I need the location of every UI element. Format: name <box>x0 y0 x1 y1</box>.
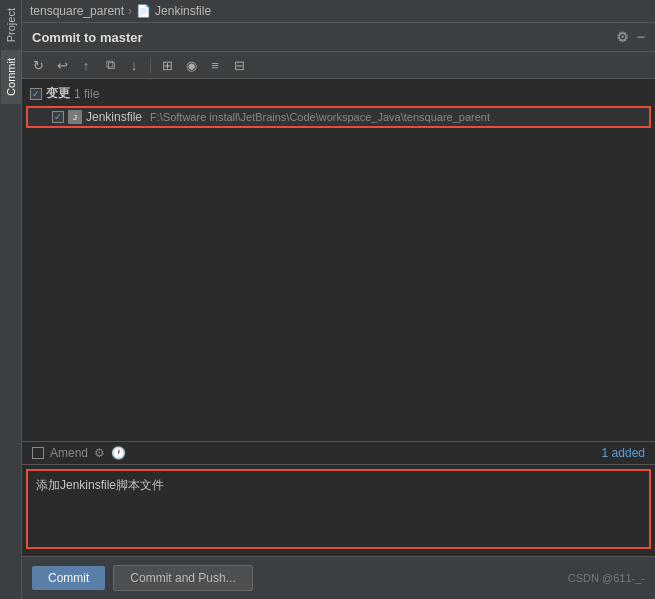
eye-button[interactable]: ◉ <box>181 55 201 75</box>
commit-button[interactable]: Commit <box>32 566 105 590</box>
file-name-text: Jenkinsfile <box>86 110 142 124</box>
group-button[interactable]: ⊞ <box>157 55 177 75</box>
sidebar: Project Commit <box>0 0 22 599</box>
undo-button[interactable]: ↩ <box>52 55 72 75</box>
commit-message-input[interactable] <box>26 469 651 549</box>
commit-header-icons: ⚙ − <box>616 29 645 45</box>
arrow-up-button[interactable]: ↑ <box>76 55 96 75</box>
clock-icon[interactable]: 🕐 <box>111 446 126 460</box>
toolbar-separator-1 <box>150 57 151 73</box>
file-checkbox[interactable]: ✓ <box>52 111 64 123</box>
amend-checkbox[interactable] <box>32 447 44 459</box>
refresh-icon: ↻ <box>33 58 44 73</box>
refresh-button[interactable]: ↻ <box>28 55 48 75</box>
commit-header: Commit to master ⚙ − <box>22 23 655 52</box>
changes-group-header: ✓ 变更 1 file <box>22 83 655 104</box>
filter-icon: ⊟ <box>234 58 245 73</box>
breadcrumb-project: tensquare_parent <box>30 4 124 18</box>
toolbar: ↻ ↩ ↑ ⧉ ↓ ⊞ ◉ ≡ ⊟ <box>22 52 655 79</box>
group-icon: ⊞ <box>162 58 173 73</box>
diff-button[interactable]: ⧉ <box>100 55 120 75</box>
changes-area: ✓ 变更 1 file ✓ J Jenkinsfile F:\Software … <box>22 79 655 441</box>
breadcrumb-separator: › <box>128 4 132 18</box>
diff-icon: ⧉ <box>106 57 115 73</box>
added-count: 1 added <box>602 446 645 460</box>
breadcrumb: tensquare_parent › 📄 Jenkinsfile <box>22 0 655 23</box>
download-button[interactable]: ↓ <box>124 55 144 75</box>
commit-to-master-title: Commit to master <box>32 30 616 45</box>
lines-button[interactable]: ≡ <box>205 55 225 75</box>
file-icon: 📄 <box>136 4 151 18</box>
changes-group-label: 变更 <box>46 85 70 102</box>
undo-icon: ↩ <box>57 58 68 73</box>
gear-icon[interactable]: ⚙ <box>616 29 629 45</box>
changes-group-checkbox[interactable]: ✓ <box>30 88 42 100</box>
amend-label: Amend <box>50 446 88 460</box>
main-panel: tensquare_parent › 📄 Jenkinsfile Commit … <box>22 0 655 599</box>
minimize-icon[interactable]: − <box>637 29 645 45</box>
download-icon: ↓ <box>131 58 138 73</box>
arrow-up-icon: ↑ <box>83 58 90 73</box>
sidebar-tab-commit[interactable]: Commit <box>1 50 21 104</box>
watermark: CSDN @611-_- <box>568 572 645 584</box>
lines-icon: ≡ <box>211 58 219 73</box>
commit-message-area <box>22 464 655 556</box>
eye-icon: ◉ <box>186 58 197 73</box>
action-bar: Commit Commit and Push... CSDN @611-_- <box>22 556 655 599</box>
commit-and-push-button[interactable]: Commit and Push... <box>113 565 252 591</box>
gear-settings-icon[interactable]: ⚙ <box>94 446 105 460</box>
status-bar: Amend ⚙ 🕐 1 added <box>22 441 655 464</box>
file-type-icon: J <box>68 110 82 124</box>
sidebar-tab-project[interactable]: Project <box>1 0 21 50</box>
file-item[interactable]: ✓ J Jenkinsfile F:\Software install\JetB… <box>26 106 651 128</box>
file-count-label: 1 file <box>74 87 99 101</box>
file-path-text: F:\Software install\JetBrains\Code\works… <box>150 111 490 123</box>
breadcrumb-file: Jenkinsfile <box>155 4 211 18</box>
filter-button[interactable]: ⊟ <box>229 55 249 75</box>
